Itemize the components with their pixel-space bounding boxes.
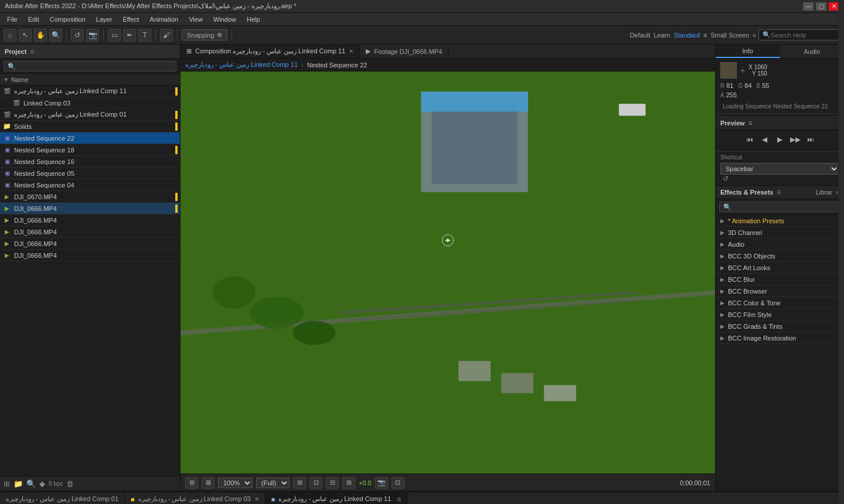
proj-item-12[interactable]: ▶ DJI_0666.MP4 <box>0 214 180 226</box>
proj-item-4[interactable]: 📁 Solids <box>0 121 180 132</box>
effect-category-bcc-film-style[interactable]: ▶ BCC Film Style <box>716 309 844 321</box>
preview-back-btn[interactable]: ◀ <box>759 134 771 145</box>
viewer-quality-select[interactable]: (Full) (Half) <box>256 478 290 488</box>
menu-animation[interactable]: Animation <box>145 15 183 24</box>
info-tab[interactable]: Info <box>716 45 780 58</box>
rect-tool[interactable]: ▭ <box>108 29 121 42</box>
proj-item-8[interactable]: ▣ Nested Sequence 05 <box>0 168 180 179</box>
viewer-grid-btn[interactable]: ⊞ <box>293 477 306 489</box>
menu-help[interactable]: Help <box>242 15 265 24</box>
snapping-button[interactable]: Snapping ⊕ <box>182 29 227 40</box>
footer-icon-delete[interactable]: 🗑 <box>66 479 74 488</box>
select-tool[interactable]: ↖ <box>19 29 32 42</box>
menu-file[interactable]: File <box>2 15 22 24</box>
effect-category-bcc-grads-tints[interactable]: ▶ BCC Grads & Tints <box>716 321 844 332</box>
effect-category-bcc-art-looks[interactable]: ▶ BCC Art Looks <box>716 262 844 274</box>
tl-tab-comp11-menu[interactable]: ≡ <box>397 495 401 503</box>
proj-item-15[interactable]: ▶ DJI_0666.MP4 <box>0 250 180 261</box>
workspace-default[interactable]: Default <box>629 32 650 39</box>
viewer-tab-comp-close[interactable]: ✕ <box>349 48 353 55</box>
preview-play-btn[interactable]: ▶ <box>774 134 786 145</box>
viewer-tab-composition[interactable]: ⊞ Composition زمین عباس - رودبارچیره Lin… <box>181 45 360 58</box>
footer-icon-color[interactable]: ◆ <box>39 479 45 488</box>
menu-window[interactable]: Window <box>209 15 241 24</box>
effects-search-input[interactable] <box>719 202 840 212</box>
menu-composition[interactable]: Composition <box>45 15 90 24</box>
effect-category-animation-presets[interactable]: ▶ * Animation Presets <box>716 215 844 227</box>
search-input[interactable] <box>771 32 835 39</box>
viewer-tab-footage[interactable]: ▶ Footage DJI_0666.MP4 <box>360 45 448 58</box>
camera-tool[interactable]: 📷 <box>86 29 99 42</box>
search-box[interactable]: 🔍 <box>758 29 840 40</box>
effect-category-3d-channel[interactable]: ▶ 3D Channel <box>716 227 844 239</box>
footer-icon-new[interactable]: ⊞ <box>4 479 10 488</box>
proj-item-7[interactable]: ▣ Nested Sequence 16 <box>0 156 180 168</box>
comp-icon-3: 🎬 <box>2 111 12 119</box>
shortcut-select[interactable]: Spacebar Enter Numpad 0 <box>720 163 839 175</box>
footer-icon-folder[interactable]: 📁 <box>13 479 23 488</box>
breadcrumb-parent[interactable]: زمین عباس - رودبارچیره Linked Comp 11 <box>185 61 298 69</box>
workspace-more[interactable]: ≡ <box>703 32 707 39</box>
effects-library-tab[interactable]: Librar <box>816 189 832 196</box>
viewer-preview-btn[interactable]: ⊡ <box>392 477 404 489</box>
rotate-tool[interactable]: ↺ <box>71 29 84 42</box>
effect-category-bcc-3d-objects[interactable]: ▶ BCC 3D Objects <box>716 250 844 262</box>
minimize-button[interactable]: — <box>803 2 814 11</box>
preview-first-btn[interactable]: ⏮ <box>744 134 755 145</box>
effect-category-bcc-blur[interactable]: ▶ BCC Blur <box>716 274 844 285</box>
menu-effect[interactable]: Effect <box>118 15 144 24</box>
hand-tool[interactable]: ✋ <box>34 29 47 42</box>
workspace-standard[interactable]: Standard <box>673 32 700 39</box>
pen-tool[interactable]: ✒ <box>123 29 136 42</box>
preview-forward-btn[interactable]: ▶▶ <box>789 134 801 145</box>
viewer-snap-btn[interactable]: ⊠ <box>202 477 215 489</box>
proj-item-2[interactable]: 🎬 Linked Comp 03 <box>0 97 180 109</box>
menu-layer[interactable]: Layer <box>91 15 117 24</box>
text-tool[interactable]: T <box>138 29 151 42</box>
tl-tab-comp03[interactable]: ■ زمین عباس - رودبارچیره Linked Comp 03 … <box>125 492 266 504</box>
effect-category-bcc-color-tone[interactable]: ▶ BCC Color & Tone <box>716 297 844 309</box>
effect-category-bcc-image-restoration[interactable]: ▶ BCC Image Restoration <box>716 332 844 344</box>
proj-item-5[interactable]: ▣ Nested Sequence 22 <box>0 132 180 144</box>
tl-tab-comp01[interactable]: زمین عباس - رودبارچیره Linked Comp 01 <box>0 492 125 504</box>
footer-icon-search[interactable]: 🔍 <box>26 479 36 488</box>
proj-item-1[interactable]: 🎬 زمین عباس - رودبارچیره Linked Comp 11 <box>0 86 180 97</box>
project-menu-icon[interactable]: ≡ <box>30 47 34 56</box>
proj-item-10[interactable]: ▶ DJI_0670.MP4 <box>0 191 180 203</box>
footage-icon-15: ▶ <box>2 251 12 260</box>
proj-item-6[interactable]: ▣ Nested Sequence 18 <box>0 144 180 156</box>
viewer-fit-btn[interactable]: ⊞ <box>185 477 198 489</box>
effect-category-bcc-browser[interactable]: ▶ BCC Browser <box>716 285 844 297</box>
preview-menu-icon[interactable]: ≡ <box>748 119 753 127</box>
proj-item-3[interactable]: 🎬 زمین عباس - رودبارچیره Linked Comp 01 <box>0 109 180 121</box>
menu-edit[interactable]: Edit <box>23 15 44 24</box>
viewer-3d-btn[interactable]: ⊞ <box>342 477 355 489</box>
proj-item-9[interactable]: ▣ Nested Sequence 04 <box>0 179 180 191</box>
viewer-camera-btn[interactable]: 📷 <box>375 477 388 489</box>
nested-icon-9: ▣ <box>2 181 12 189</box>
viewer-motion-btn[interactable]: ⊟ <box>326 477 339 489</box>
project-search-input[interactable] <box>4 61 176 71</box>
zoom-tool[interactable]: 🔍 <box>49 29 62 42</box>
home-tool[interactable]: ⌂ <box>4 29 16 42</box>
workspace-smallscreen[interactable]: Small Screen <box>710 32 748 39</box>
effect-category-audio[interactable]: ▶ Audio <box>716 239 844 250</box>
proj-item-13[interactable]: ▶ DJI_0666.MP4 <box>0 226 180 238</box>
viewer-mask-btn[interactable]: ⊡ <box>309 477 322 489</box>
shortcut-reset-icon[interactable]: ↺ <box>723 175 729 183</box>
menu-view[interactable]: View <box>184 15 207 24</box>
proj-item-14[interactable]: ▶ DJI_0666.MP4 <box>0 238 180 250</box>
audio-tab[interactable]: Audio <box>780 45 845 58</box>
workspace-learn[interactable]: Learn <box>654 32 670 39</box>
effects-menu-icon[interactable]: ≡ <box>777 188 781 196</box>
maximize-button[interactable]: ▢ <box>816 2 826 11</box>
brush-tool[interactable]: 🖌 <box>160 29 173 42</box>
proj-item-11[interactable]: ▶ DJI_0666.MP4 <box>0 203 180 214</box>
xy-coords: X 1060 Y 150 <box>748 64 767 77</box>
plus-icon[interactable]: + <box>740 66 745 75</box>
viewer-zoom-select[interactable]: 100% 50% 25% 200% <box>218 478 253 488</box>
preview-last-btn[interactable]: ⏭ <box>805 134 816 145</box>
tl-tab-comp03-close[interactable]: ✕ <box>254 496 259 502</box>
tl-tab-comp11[interactable]: ■ زمین عباس - رودبارچیره Linked Comp 11 … <box>266 492 408 504</box>
workspace-expand[interactable]: » <box>753 32 756 39</box>
